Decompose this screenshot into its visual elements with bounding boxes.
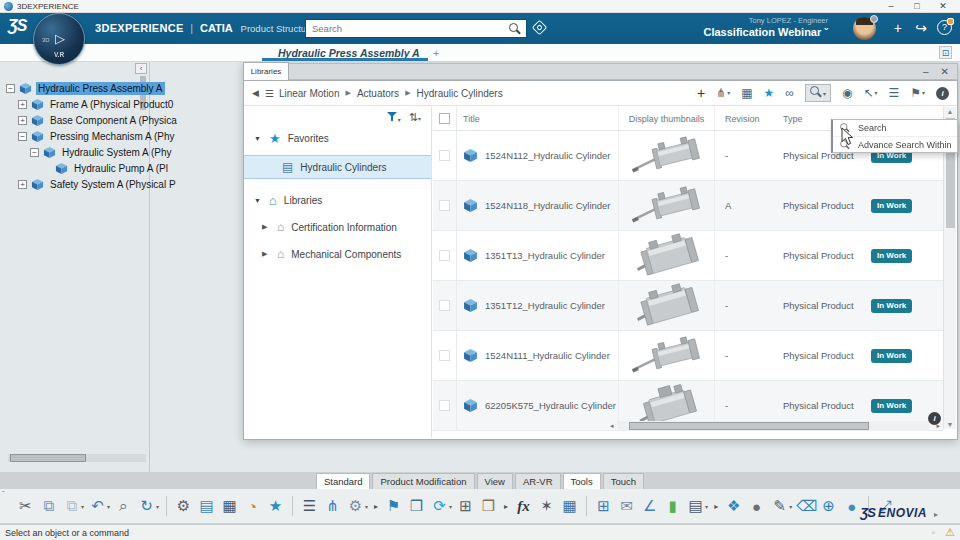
group-expand-icon[interactable]: ▸: [504, 502, 508, 511]
list-select-icon[interactable]: ▤ ▾: [197, 497, 216, 515]
traffic-light-icon[interactable]: ▮ ▾: [663, 497, 682, 515]
tree-item-pressing-mechanism[interactable]: Pressing Mechanism A (Phy: [18, 128, 136, 144]
row-checkbox[interactable]: [433, 281, 457, 330]
measure-icon[interactable]: ∠ ▾: [640, 497, 659, 515]
column-header-thumbnails[interactable]: Display thumbnails: [619, 107, 715, 130]
design-table-icon[interactable]: ⊞ ▾: [594, 497, 613, 515]
cut-icon[interactable]: ✂ ▾: [16, 497, 35, 515]
shaded-sphere-icon[interactable]: ● ▾: [747, 498, 766, 515]
copy-icon[interactable]: ⧉ ▾: [39, 497, 58, 515]
select-all-checkbox[interactable]: [433, 107, 457, 130]
menu-icon[interactable]: ☰: [265, 88, 274, 99]
breadcrumb-item[interactable]: ▶ Actuators: [339, 88, 399, 99]
ribbon-tab-standard[interactable]: Standard: [316, 473, 371, 489]
table-horizontal-scrollbar[interactable]: ◂ ▸: [619, 421, 929, 431]
wand-icon[interactable]: ✶ ▾: [537, 497, 556, 515]
panel-toggle-icon[interactable]: ▫: [932, 527, 936, 538]
table-row[interactable]: 1351T13_Hydraulic Cylinder: [433, 231, 943, 281]
link-icon[interactable]: ∞: [785, 86, 794, 100]
nav-item-hydraulic-cylinders[interactable]: ▤ Hydraulic Cylinders: [244, 155, 431, 179]
ribbon-tab-view[interactable]: View: [477, 473, 513, 489]
tree-expander[interactable]: [6, 84, 15, 93]
tag-icon[interactable]: [532, 20, 548, 36]
session-drive-icon[interactable]: ⚙ ▾: [174, 497, 193, 515]
group-expand-icon[interactable]: ▸: [374, 502, 378, 511]
tree-item-safety-system[interactable]: Safety System A (Physical P: [18, 176, 136, 192]
play-icon[interactable]: ▷: [55, 31, 65, 46]
ribbon-tab-tools[interactable]: Tools: [563, 473, 601, 489]
libraries-panel-tab[interactable]: Libraries: [243, 62, 289, 80]
paste-icon[interactable]: ⧉ ▾: [62, 497, 84, 515]
classification-tree-icon[interactable]: ⋔▾: [716, 86, 730, 100]
favorites-star-icon[interactable]: ★ ▾: [266, 497, 285, 515]
breadcrumb-item[interactable]: ▶ Linear Motion: [279, 88, 340, 99]
add-content-button[interactable]: +: [894, 20, 902, 36]
new-tab-button[interactable]: +: [433, 47, 439, 59]
global-search-input[interactable]: [306, 23, 509, 34]
workspace-selector[interactable]: Classification Webinar ˇ: [703, 26, 828, 38]
sphere-add-icon[interactable]: ⊕ ▾: [819, 497, 838, 515]
relations-icon[interactable]: ⋔ ▾: [323, 497, 342, 515]
share-icon[interactable]: ↪: [915, 20, 927, 36]
row-checkbox[interactable]: [433, 181, 457, 230]
row-checkbox[interactable]: [433, 131, 457, 180]
tree-horizontal-scrollbar[interactable]: [8, 454, 146, 462]
filter-flag-icon[interactable]: ⚑▾: [910, 86, 925, 100]
user-block[interactable]: Tony LOPEZ - Engineer Classification Web…: [703, 16, 828, 38]
scroll-up-icon[interactable]: ▲: [944, 108, 956, 115]
people-database-icon[interactable]: ◉: [842, 86, 852, 100]
restore-panel-icon[interactable]: ⊡: [939, 46, 952, 59]
global-search-box[interactable]: [305, 19, 527, 38]
equalizer-icon[interactable]: ▤ ▾: [686, 497, 708, 515]
new-table-icon[interactable]: ▦: [741, 86, 752, 100]
maximize-button[interactable]: □: [904, 1, 930, 11]
layers-icon[interactable]: ❒ ▾: [407, 497, 426, 515]
table-row[interactable]: 1524N118_Hydraulic Cylinder: [433, 181, 943, 231]
mail-gear-icon[interactable]: ✉ ▾: [617, 497, 636, 515]
scroll-left-icon[interactable]: ◂: [610, 422, 614, 430]
search-icon[interactable]: [509, 23, 521, 35]
sync-icon[interactable]: ⟳ ▾: [430, 497, 452, 515]
tree-item-hydraulic-pump[interactable]: Hydraulic Pump A (Pl: [42, 160, 136, 176]
close-button[interactable]: ✕: [930, 1, 956, 11]
add-item-icon[interactable]: +: [697, 85, 705, 101]
group-expand-icon[interactable]: ▸: [714, 502, 718, 511]
ribbon-tab-product-modification[interactable]: Product Modification: [372, 473, 474, 489]
tree-expander[interactable]: [30, 148, 39, 157]
breadcrumb-item[interactable]: ▶ Hydraulic Cylinders: [399, 88, 503, 99]
warning-icon[interactable]: ⚠: [945, 526, 955, 539]
sphere-blue-icon[interactable]: ● ▾: [842, 498, 861, 515]
ribbon-tab-ar-vr[interactable]: AR-VR: [515, 473, 561, 489]
info-icon[interactable]: i: [936, 87, 949, 100]
table-row[interactable]: 1351T12_Hydraulic Cylinder: [433, 281, 943, 331]
expander-open-icon[interactable]: ▼: [254, 135, 262, 142]
nav-library-item[interactable]: ▶ ⌂ Certification Information: [244, 218, 431, 236]
row-checkbox[interactable]: [433, 231, 457, 280]
nav-library-item[interactable]: ▶ ⌂ Mechanical Components: [244, 245, 431, 263]
picker-pen-icon[interactable]: ✎ ▾: [770, 497, 792, 515]
expander-closed-icon[interactable]: ▶: [262, 250, 270, 258]
select-structure-icon[interactable]: ⊞ ▾: [456, 497, 475, 515]
spreadsheet-icon[interactable]: ▦ ▾: [220, 497, 239, 515]
tree-expander[interactable]: [18, 100, 27, 109]
material-icon[interactable]: ❖ ▾: [724, 497, 743, 515]
design-grid-icon[interactable]: ▦ ▾: [560, 497, 579, 515]
expander-open-icon[interactable]: ▼: [254, 197, 262, 204]
report-chart-icon[interactable]: ◔ ▾: [243, 498, 262, 515]
tree-item-frame[interactable]: Frame A (Physical Product0: [18, 96, 136, 112]
help-icon[interactable]: ?: [937, 20, 952, 35]
scrollbar-thumb[interactable]: [629, 422, 869, 430]
tree-item-base-component[interactable]: Base Component A (Physica: [18, 112, 136, 128]
eraser-icon[interactable]: ⌫ ▾: [796, 497, 815, 515]
update-icon[interactable]: ↻ ▾: [137, 497, 159, 515]
undo-icon[interactable]: ↶ ▾: [88, 497, 110, 515]
back-arrow-icon[interactable]: ◀: [252, 88, 259, 98]
sort-icon[interactable]: ⇅▾: [409, 111, 421, 124]
list-view-icon[interactable]: ☰: [888, 86, 899, 100]
panel-minimize-button[interactable]: –: [923, 66, 929, 77]
column-header-title[interactable]: Title: [457, 107, 619, 130]
tree-expander[interactable]: [18, 132, 27, 141]
favorite-star-icon[interactable]: ★: [764, 86, 775, 100]
table-row[interactable]: 1524N111_Hydraulic Cylinder: [433, 331, 943, 381]
row-checkbox[interactable]: [433, 381, 457, 430]
